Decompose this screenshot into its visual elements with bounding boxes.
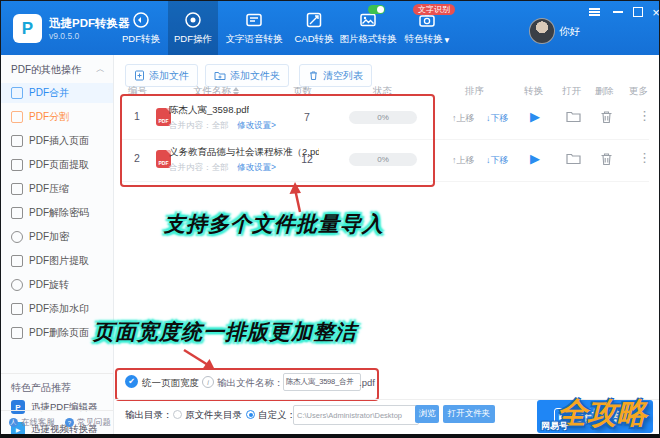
output-name-input[interactable]: 陈杰人寓_3598_合并 xyxy=(283,373,361,391)
open-output-folder-button[interactable]: 打开文件夹 xyxy=(443,405,495,423)
add-folder-button[interactable]: 添加文件夹 xyxy=(205,64,289,87)
rotate-icon xyxy=(11,279,23,291)
convert-play-button[interactable]: ▶ xyxy=(530,109,540,124)
promo-section-title: 特色产品推荐 xyxy=(11,381,71,395)
compress-icon xyxy=(11,183,23,195)
file-name: 陈杰人寓_3598.pdf xyxy=(169,104,249,117)
faq-link[interactable]: ? 常见问题 xyxy=(65,417,111,429)
move-down-button[interactable]: ↓下移 xyxy=(486,154,509,167)
online-support-link[interactable]: 人 在线客服 xyxy=(9,417,55,429)
sidebar-item-pdf-merge[interactable]: PDF合并 xyxy=(1,83,113,103)
modify-settings-link[interactable]: 修改设置> xyxy=(237,120,276,130)
modify-settings-link[interactable]: 修改设置> xyxy=(237,162,276,172)
row-number: 2 xyxy=(134,152,140,164)
page-count: 12 xyxy=(292,153,322,165)
sidebar-footer: 人 在线客服 ? 常见问题 xyxy=(1,410,113,434)
start-convert-button[interactable]: ▶ 开始转换 xyxy=(537,400,653,433)
tab-pdf-operate[interactable]: PDF操作 xyxy=(168,1,218,55)
question-icon: ? xyxy=(65,418,74,427)
convert-circle-icon xyxy=(131,10,151,30)
more-options-icon[interactable]: ⋮ xyxy=(638,150,651,165)
move-down-button[interactable]: ↓下移 xyxy=(486,112,509,125)
info-icon[interactable]: i xyxy=(202,376,214,388)
radio-original-folder[interactable] xyxy=(173,410,182,419)
more-options-icon[interactable]: ⋮ xyxy=(638,108,651,123)
open-folder-icon[interactable] xyxy=(566,110,581,123)
app-logo-icon: P xyxy=(13,14,42,43)
sidebar-item-pdf-extract-page[interactable]: PDF页面提取 xyxy=(1,155,113,175)
sidebar: PDF的其他操作 ︿ PDF合并 PDF分割 PDF插入页面 PDF页面提取 P… xyxy=(1,55,114,434)
tab-label: 特色转换 xyxy=(405,33,443,46)
clear-list-icon xyxy=(308,70,319,81)
text-voice-icon xyxy=(244,10,264,30)
convert-play-button[interactable]: ▶ xyxy=(530,151,540,166)
output-name-label: 输出文件名称： xyxy=(217,377,284,390)
add-file-icon xyxy=(134,70,145,81)
sidebar-item-pdf-remove-password[interactable]: PDF解除密码 xyxy=(1,203,113,223)
menu-icon[interactable] xyxy=(587,6,601,18)
user-greeting: 你好 xyxy=(559,25,580,39)
image-extract-icon xyxy=(11,255,23,267)
top-bar: P 迅捷PDF转换器 v9.0.5.0 PDF转换 PDF操作 文字语音转换 xyxy=(1,1,659,55)
close-button[interactable]: × xyxy=(649,6,660,18)
collapse-icon[interactable]: ︿ xyxy=(96,63,105,77)
delete-trash-icon[interactable] xyxy=(600,110,613,124)
uniform-width-checkbox[interactable]: ✔ xyxy=(125,375,138,388)
pdf-converter-window: P 迅捷PDF转换器 v9.0.5.0 PDF转换 PDF操作 文字语音转换 xyxy=(0,0,660,438)
row-number: 1 xyxy=(134,110,140,122)
split-icon xyxy=(11,111,23,123)
tab-cad-convert[interactable]: CAD转换 xyxy=(290,1,338,55)
minimize-button[interactable] xyxy=(611,6,625,18)
annotation-uniform-width: 页面宽度统一排版更加整洁 xyxy=(93,318,357,346)
sidebar-item-pdf-compress[interactable]: PDF压缩 xyxy=(1,179,113,199)
sidebar-item-pdf-rotate[interactable]: PDF旋转 xyxy=(1,275,113,295)
user-avatar[interactable] xyxy=(529,18,555,44)
merge-scope-text: 合并内容：全部 修改设置> xyxy=(169,162,276,174)
output-path-input[interactable]: C:\Users\Administrator\Desktop xyxy=(293,405,419,425)
add-file-button[interactable]: 添加文件 xyxy=(125,64,198,87)
tab-label: 文字语音转换 xyxy=(226,33,283,46)
option-custom-folder[interactable]: 自定义： xyxy=(258,409,296,422)
operate-target-icon xyxy=(183,10,203,30)
cad-icon xyxy=(304,10,324,30)
clear-list-button[interactable]: 清空列表 xyxy=(299,64,372,87)
sidebar-item-pdf-watermark[interactable]: PDF添加水印 xyxy=(1,299,113,319)
merge-scope-text: 合并内容：全部 修改设置> xyxy=(169,120,276,132)
tab-text-voice-convert[interactable]: 文字语音转换 xyxy=(218,1,290,55)
open-folder-icon[interactable] xyxy=(566,152,581,165)
start-play-icon: ▶ xyxy=(554,408,571,425)
tab-label: PDF转换 xyxy=(122,33,160,46)
option-original-folder[interactable]: 原文件夹目录 xyxy=(185,409,242,422)
sidebar-section-title: PDF的其他操作 xyxy=(11,63,81,77)
lock-icon xyxy=(11,231,23,243)
move-up-button[interactable]: ↑上移 xyxy=(452,154,475,167)
tab-label: PDF操作 xyxy=(174,33,212,46)
watermark-icon xyxy=(11,303,23,315)
table-row[interactable]: 2 义务教育品德与社会课程标准（2.pdf 合并内容：全部 修改设置> 12 0… xyxy=(122,139,649,182)
delete-trash-icon[interactable] xyxy=(600,152,613,166)
output-extension: .pdf xyxy=(359,377,375,388)
sidebar-item-pdf-insert-page[interactable]: PDF插入页面 xyxy=(1,131,113,151)
radio-custom-folder[interactable] xyxy=(246,410,255,419)
unlock-icon xyxy=(11,207,23,219)
sort-arrows-icon[interactable] xyxy=(233,87,239,96)
tab-pdf-convert[interactable]: PDF转换 xyxy=(114,1,168,55)
add-folder-icon xyxy=(214,70,226,81)
merge-icon xyxy=(11,87,23,99)
insert-page-icon xyxy=(11,135,23,147)
sidebar-item-pdf-split[interactable]: PDF分割 xyxy=(1,107,113,127)
progress-bar: 0% xyxy=(349,153,417,166)
sidebar-item-pdf-image-extract[interactable]: PDF图片提取 xyxy=(1,251,113,271)
support-person-icon: 人 xyxy=(9,418,18,427)
annotation-batch-import: 支持多个文件批量导入 xyxy=(164,210,384,238)
tab-label: 图片格式转换 xyxy=(340,33,397,46)
maximize-button[interactable] xyxy=(631,6,645,18)
sidebar-item-pdf-encrypt[interactable]: PDF加密 xyxy=(1,227,113,247)
table-row[interactable]: 1 陈杰人寓_3598.pdf 合并内容：全部 修改设置> 7 0% ↑上移 ↓… xyxy=(122,97,649,140)
browse-button[interactable]: 浏览 xyxy=(415,405,439,423)
ocr-promo-badge: 文字识别 xyxy=(413,4,455,15)
new-feature-toggle-badge xyxy=(368,5,385,14)
page-count: 7 xyxy=(292,111,322,123)
move-up-button[interactable]: ↑上移 xyxy=(452,112,475,125)
chevron-down-icon: ▾ xyxy=(445,34,450,45)
